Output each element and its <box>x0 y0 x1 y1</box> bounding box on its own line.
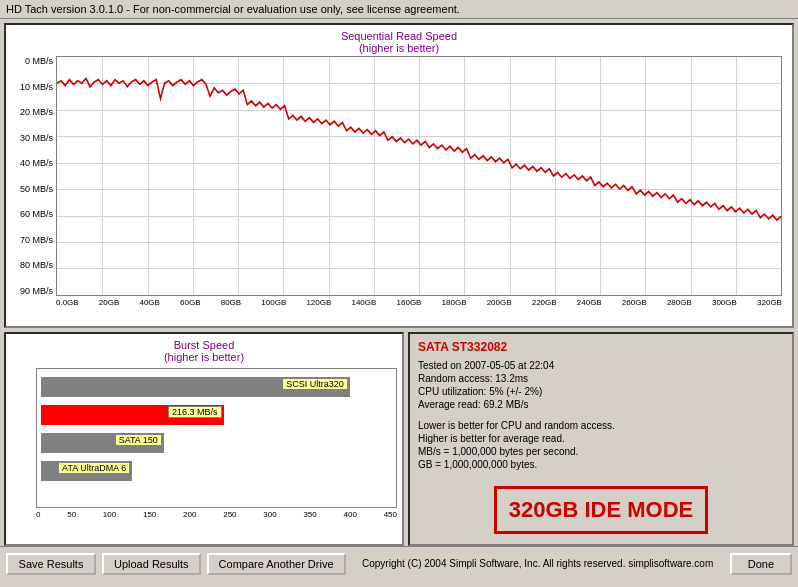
info-note-3: MB/s = 1,000,000 bytes per second. <box>418 446 784 457</box>
info-note-1: Lower is better for CPU and random acces… <box>418 420 784 431</box>
chart-grid <box>56 56 782 296</box>
seq-chart-area: 90 MB/s 80 MB/s 70 MB/s 60 MB/s 50 MB/s … <box>11 56 787 316</box>
info-random: Random access: 13.2ms <box>418 373 784 384</box>
x-axis: 0.0GB 20GB 40GB 60GB 80GB 100GB 120GB 14… <box>56 298 782 316</box>
bar-scsi: SCSI Ultra320 <box>41 375 392 399</box>
copyright-text: Copyright (C) 2004 Simpli Software, Inc.… <box>352 558 724 569</box>
info-avg: Average read: 69.2 MB/s <box>418 399 784 410</box>
bar-current: 216.3 MB/s <box>41 403 392 427</box>
compare-another-drive-button[interactable]: Compare Another Drive <box>207 553 346 575</box>
seq-chart-title: Sequential Read Speed (higher is better) <box>11 30 787 54</box>
info-cpu: CPU utilization: 5% (+/- 2%) <box>418 386 784 397</box>
title-text: HD Tach version 3.0.1.0 - For non-commer… <box>6 3 460 15</box>
title-bar: HD Tach version 3.0.1.0 - For non-commer… <box>0 0 798 19</box>
mode-badge: 320GB IDE MODE <box>494 486 709 534</box>
sequential-read-chart: Sequential Read Speed (higher is better)… <box>4 23 794 328</box>
bottom-section: Burst Speed (higher is better) SCSI Ultr… <box>4 332 794 546</box>
burst-chart-body: SCSI Ultra320 216.3 MB/s SATA 150 <box>11 368 397 508</box>
burst-x-labels: 0 50 100 150 200 250 300 350 400 450 <box>11 510 397 519</box>
y-axis: 90 MB/s 80 MB/s 70 MB/s 60 MB/s 50 MB/s … <box>11 56 56 296</box>
info-panel: SATA ST332082 Tested on 2007-05-05 at 22… <box>408 332 794 546</box>
upload-results-button[interactable]: Upload Results <box>102 553 201 575</box>
info-note-4: GB = 1,000,000,000 bytes. <box>418 459 784 470</box>
seq-read-line <box>57 57 781 295</box>
burst-chart-title: Burst Speed (higher is better) <box>11 339 397 363</box>
burst-y-axis <box>11 368 36 508</box>
info-note-2: Higher is better for average read. <box>418 433 784 444</box>
done-button[interactable]: Done <box>730 553 792 575</box>
drive-name: SATA ST332082 <box>418 340 784 354</box>
bar-sata150: SATA 150 <box>41 431 392 455</box>
info-tested: Tested on 2007-05-05 at 22:04 <box>418 360 784 371</box>
bar-ata: ATA UltraDMA 6 <box>41 459 392 483</box>
toolbar: Save Results Upload Results Compare Anot… <box>0 546 798 580</box>
burst-chart: Burst Speed (higher is better) SCSI Ultr… <box>4 332 404 546</box>
save-results-button[interactable]: Save Results <box>6 553 96 575</box>
burst-bars-container: SCSI Ultra320 216.3 MB/s SATA 150 <box>36 368 397 508</box>
